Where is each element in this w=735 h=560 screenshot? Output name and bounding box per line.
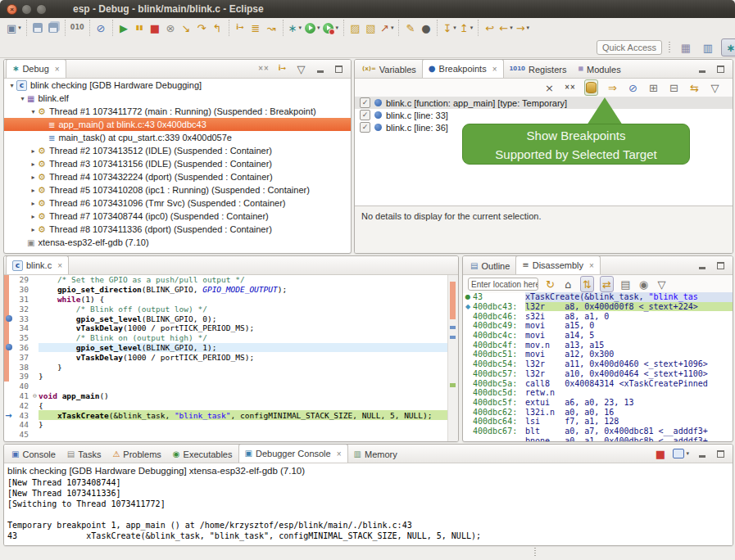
cpp-perspective-button[interactable]: ▥ [699, 39, 717, 56]
toolbar-grip[interactable] [669, 42, 670, 53]
tab-console[interactable]: ▣Console [6, 445, 61, 463]
tab-registers[interactable]: 1010Registers [504, 61, 573, 78]
disassembly-row[interactable]: 400dbc54:l32r a11, 0x400d0460 <_stext+10… [463, 359, 733, 369]
instruction-stepping-button[interactable]: i→ [276, 61, 288, 76]
skip-all-breakpoints-button[interactable]: ⊘ [627, 80, 639, 95]
disconnect-button[interactable]: ⊗ [165, 20, 177, 35]
forward-button[interactable]: →▾ [516, 20, 529, 35]
run-external-tools-button[interactable]: ▾ [323, 20, 338, 35]
editor-line[interactable]: 37 vTaskDelay(1000 / portTICK_PERIOD_MS)… [4, 352, 448, 362]
minimize-button[interactable] [696, 258, 708, 273]
tree-expander-icon[interactable]: ▾ [18, 95, 27, 102]
skip-all-breakpoints-button[interactable]: ⊘ [95, 20, 107, 35]
expand-all-button[interactable]: ⊞ [647, 80, 660, 95]
dropdown-arrow-icon[interactable]: ▾ [510, 25, 513, 31]
maximize-button[interactable] [715, 61, 727, 76]
debug-button[interactable]: ∗▾ [288, 20, 302, 35]
editor-gutter[interactable]: 33 [4, 314, 31, 323]
disassembly-row[interactable]: 400dbc4f:mov.n a13, a15 [463, 340, 733, 350]
tree-expander-icon[interactable]: ▸ [29, 174, 38, 181]
dropdown-arrow-icon[interactable]: ▾ [317, 25, 320, 31]
refresh-button[interactable]: ↻ [544, 277, 556, 291]
track-expression-button[interactable]: ⇄ [600, 276, 614, 292]
editor-line[interactable]: 36 gpio_set_level(BLINK_GPIO, 1); [4, 343, 448, 353]
remove-selected-breakpoints-button[interactable]: × [543, 80, 556, 95]
dropdown-arrow-icon[interactable]: ▾ [453, 25, 456, 31]
debug-tree-row[interactable]: ▾▦blink.elf [4, 92, 351, 105]
tab-debug[interactable]: ∗ Debug × [6, 59, 66, 78]
save-all-button[interactable] [48, 20, 60, 35]
editor-line[interactable]: 40 [4, 382, 448, 391]
disassembly-row[interactable]: 400dbc57:l32r a10, 0x400d0464 <_stext+11… [463, 369, 733, 379]
remove-all-terminated-button[interactable]: ×× [257, 61, 270, 76]
minimize-button[interactable] [696, 446, 708, 461]
maximize-button[interactable] [715, 446, 727, 461]
editor-gutter[interactable]: →43 [4, 410, 31, 420]
collapse-all-button[interactable]: ⊟ [668, 80, 680, 95]
dropdown-arrow-icon[interactable]: ▾ [686, 450, 689, 457]
breakpoint-checkbox[interactable]: ✓ [360, 97, 370, 108]
step-over-button[interactable]: ↷ [196, 20, 208, 35]
display-selected-console-button[interactable]: ▾ [673, 446, 689, 461]
minimize-button[interactable] [314, 61, 326, 76]
window-close-button[interactable]: × [7, 4, 17, 15]
console-body[interactable]: blink checking [GDB Hardware Debugging] … [4, 463, 733, 545]
pin-view-button[interactable]: ◉ [637, 277, 650, 291]
terminate-console-button[interactable]: ■ [654, 446, 666, 461]
close-icon[interactable]: × [589, 261, 594, 270]
editor-line[interactable]: 29 /* Set the GPIO as a push/pull output… [4, 275, 448, 285]
disassembly-row[interactable]: 400dbc64:lsi f7, a1, 128 [463, 417, 733, 427]
debug-tree-row[interactable]: ▸⚙Thread #5 1073410208 (ipc1 : Running) … [4, 183, 351, 196]
debug-tree-row[interactable]: ▾cblink checking [GDB Hardware Debugging… [4, 79, 351, 92]
quick-access-box[interactable]: Quick Access [597, 40, 662, 55]
disassembly-row[interactable]: bnone a0, a1, 0x400dbc8b <__adddf3+ [463, 436, 733, 441]
resume-button[interactable]: ▶ [118, 20, 130, 35]
disassembly-row[interactable]: 400dbc51:movi a12, 0x300 [463, 350, 733, 359]
run-button[interactable]: ▾ [305, 20, 320, 35]
step-into-button[interactable]: ↘ [180, 20, 193, 35]
debug-tree-row[interactable]: ▸⚙Thread #3 1073413156 (IDLE) (Suspended… [4, 157, 351, 170]
disassembly-row[interactable]: ●43xTaskCreate(&blink_task, "blink_tas [463, 292, 733, 302]
editor-gutter[interactable]: 42 [4, 400, 31, 410]
disassembly-row[interactable]: 400dbc67:blt a0, a7, 0x400dbc81 <__adddf… [463, 427, 733, 436]
new-disassembly-view-button[interactable]: ▤ [619, 277, 632, 291]
suspend-button[interactable]: ▮▮ [134, 20, 146, 35]
close-icon[interactable]: × [492, 65, 497, 74]
tree-expander-icon[interactable]: ▸ [29, 213, 38, 220]
maximize-button[interactable] [715, 258, 727, 273]
debug-tree-row[interactable]: ▸⚙Thread #6 1073431096 (Tmr Svc) (Suspen… [4, 196, 351, 210]
tab-blink-c[interactable]: c blink.c × [6, 255, 69, 274]
debug-tree-row[interactable]: ▣xtensa-esp32-elf-gdb (7.10) [4, 236, 351, 249]
mark-occurrences-button[interactable]: ✎ [404, 20, 416, 35]
dropdown-arrow-icon[interactable]: ▾ [391, 25, 394, 31]
editor-line[interactable]: 30 gpio_set_direction(BLINK_GPIO, GPIO_M… [4, 285, 448, 295]
editor-line[interactable]: 44 } [4, 420, 448, 430]
breakpoint-marker-icon[interactable] [6, 315, 12, 322]
close-icon[interactable]: × [55, 65, 60, 74]
breakpoint-row[interactable]: ✓blink.c [line: 33] [355, 109, 733, 121]
editor-line[interactable]: →43 xTaskCreate(&blink_task, "blink_task… [4, 410, 448, 420]
tab-disassembly[interactable]: ≡Disassembly× [515, 255, 601, 274]
launch-tool-button[interactable]: ↗▾ [380, 20, 393, 35]
editor-gutter[interactable]: 44 [4, 420, 31, 430]
editor-gutter[interactable]: 45 [4, 430, 31, 440]
breakpoint-checkbox[interactable]: ✓ [360, 110, 370, 120]
breakpoint-row[interactable]: ✓blink.c [function: app_main] [type: Tem… [355, 97, 733, 109]
debug-tree-row[interactable]: ▸⚙Thread #4 1073432224 (dport) (Suspende… [4, 170, 351, 183]
editor-gutter[interactable]: 36 [4, 343, 31, 353]
debug-tree-row[interactable]: ▸⚙Thread #2 1073413512 (IDLE) (Suspended… [4, 144, 351, 157]
tree-expander-icon[interactable]: ▸ [29, 160, 38, 168]
disassembly-listing[interactable]: ●43xTaskCreate(&blink_task, "blink_tas◆4… [463, 292, 733, 441]
use-step-filters-button[interactable]: ↝ [265, 20, 278, 35]
fold-collapse-icon[interactable]: ⊖ [31, 392, 39, 400]
editor-line[interactable]: 35 /* Blink on (output high) */ [4, 333, 448, 343]
open-perspective-button[interactable]: ▦ [677, 39, 695, 56]
dropdown-arrow-icon[interactable]: ▾ [470, 25, 474, 31]
save-button[interactable] [32, 20, 44, 35]
editor-line[interactable]: 38 } [4, 362, 448, 372]
open-folder-button[interactable]: ▨ [349, 20, 361, 35]
editor-line[interactable]: 31 while(1) { [4, 295, 448, 305]
last-edit-location-button[interactable]: ↩ [483, 20, 496, 35]
view-menu-button[interactable]: ▽ [656, 277, 668, 291]
editor-line[interactable]: 34 vTaskDelay(1000 / portTICK_PERIOD_MS)… [4, 323, 448, 333]
